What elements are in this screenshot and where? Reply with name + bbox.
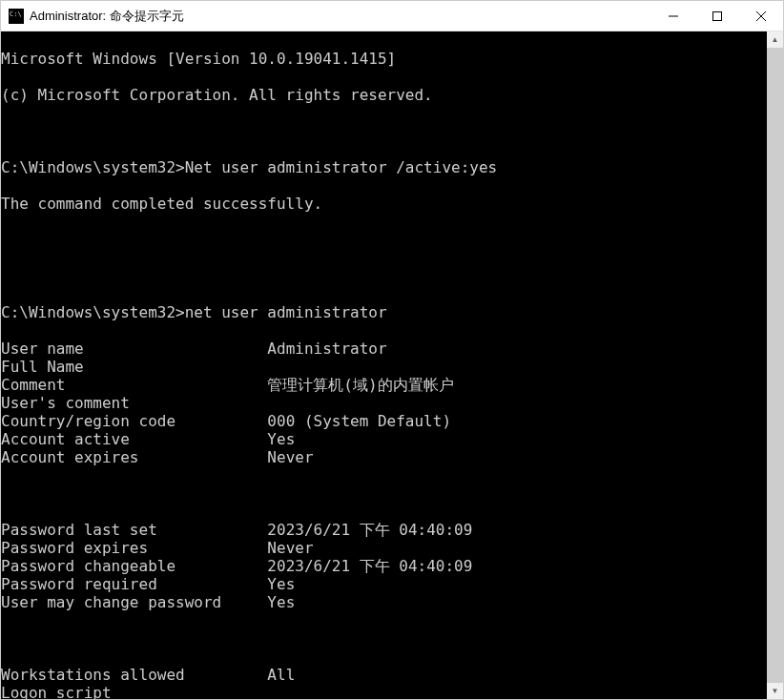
maximize-button[interactable]	[695, 1, 739, 31]
property-value: 000 (System Default)	[267, 412, 451, 430]
property-key: Workstations allowed	[1, 666, 267, 684]
property-row: Account active Yes	[1, 430, 767, 448]
property-key: Password required	[1, 575, 267, 593]
property-key: Country/region code	[1, 412, 267, 430]
property-key: Password changeable	[1, 557, 267, 575]
property-value: Yes	[267, 430, 295, 448]
property-row: Country/region code 000 (System Default)	[1, 412, 767, 430]
property-row: User name Administrator	[1, 340, 767, 358]
property-row: Password required Yes	[1, 575, 767, 593]
property-value: Never	[267, 539, 313, 557]
property-row: Account expires Never	[1, 448, 767, 466]
copyright-line: (c) Microsoft Corporation. All rights re…	[1, 86, 767, 104]
result-1: The command completed successfully.	[1, 195, 767, 213]
property-value: 2023/6/21 下午 04:40:09	[267, 521, 472, 539]
cmd-icon	[9, 9, 24, 24]
maximize-icon	[712, 11, 722, 21]
close-button[interactable]	[739, 1, 783, 31]
window-title: Administrator: 命令提示字元	[30, 8, 651, 25]
minimize-icon	[669, 11, 678, 21]
property-key: Password last set	[1, 521, 267, 539]
property-row: Password changeable 2023/6/21 下午 04:40:0…	[1, 557, 767, 575]
scroll-down-button[interactable]: ▼	[767, 683, 783, 699]
titlebar: Administrator: 命令提示字元	[1, 1, 783, 31]
scroll-thumb[interactable]	[767, 48, 783, 683]
property-value: Never	[267, 448, 313, 466]
property-row: Comment 管理计算机(域)的内置帐户	[1, 376, 767, 394]
property-value: All	[267, 666, 295, 684]
property-key: User name	[1, 340, 267, 358]
version-line: Microsoft Windows [Version 10.0.19041.14…	[1, 50, 767, 68]
property-key: Full Name	[1, 358, 267, 376]
property-key: Password expires	[1, 539, 267, 557]
property-row: User may change password Yes	[1, 593, 767, 611]
minimize-button[interactable]	[651, 1, 695, 31]
property-value: Administrator	[267, 340, 386, 358]
close-icon	[756, 11, 766, 21]
property-key: Account expires	[1, 448, 267, 466]
property-row: User's comment	[1, 394, 767, 412]
property-row: Password last set 2023/6/21 下午 04:40:09	[1, 521, 767, 539]
property-row: Full Name	[1, 358, 767, 376]
property-value: Yes	[267, 593, 295, 611]
property-key: User may change password	[1, 593, 267, 611]
property-key: Comment	[1, 376, 267, 394]
scroll-track[interactable]	[767, 48, 783, 683]
property-row: Workstations allowed All	[1, 666, 767, 684]
command-2: net user administrator	[185, 303, 387, 321]
command-1: Net user administrator /active:yes	[185, 158, 498, 176]
scroll-up-button[interactable]: ▲	[767, 31, 783, 48]
prompt: C:\Windows\system32>	[1, 158, 185, 176]
property-key: User's comment	[1, 394, 267, 412]
svg-rect-1	[713, 11, 722, 20]
property-row: Password expires Never	[1, 539, 767, 557]
property-row: Logon script	[1, 684, 767, 699]
terminal-output[interactable]: Microsoft Windows [Version 10.0.19041.14…	[1, 31, 767, 699]
property-value: Yes	[267, 575, 295, 593]
scrollbar[interactable]: ▲ ▼	[767, 31, 783, 699]
property-value: 管理计算机(域)的内置帐户	[267, 376, 453, 394]
property-key: Logon script	[1, 684, 267, 699]
window-controls	[651, 1, 783, 31]
property-key: Account active	[1, 430, 267, 448]
prompt: C:\Windows\system32>	[1, 303, 185, 321]
property-value: 2023/6/21 下午 04:40:09	[267, 557, 472, 575]
